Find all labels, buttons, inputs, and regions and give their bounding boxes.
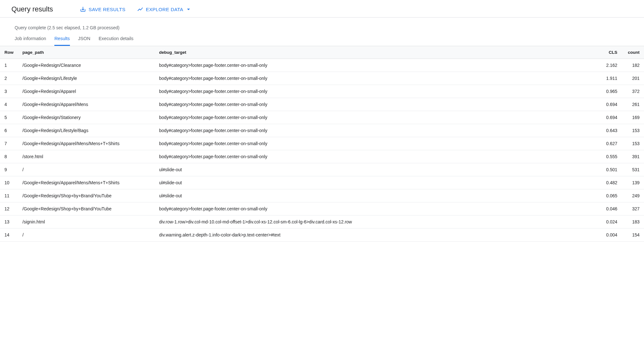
cell-count: 153 (622, 124, 644, 137)
cell-cls: 0.694 (599, 98, 622, 111)
cell-cls: 0.627 (599, 137, 622, 150)
results-tabs: Job information Results JSON Execution d… (0, 30, 644, 46)
page-title: Query results (11, 5, 53, 13)
cell-page-path: / (18, 163, 155, 176)
cell-count: 139 (622, 176, 644, 189)
table-row[interactable]: 2 /Google+Redesign/Lifestyle body#catego… (0, 72, 644, 85)
cell-page-path: /Google+Redesign/Stationery (18, 111, 155, 124)
explore-data-label: EXPLORE DATA (146, 7, 183, 12)
table-row[interactable]: 3 /Google+Redesign/Apparel body#category… (0, 85, 644, 98)
cell-cls: 0.643 (599, 124, 622, 137)
cell-count: 531 (622, 163, 644, 176)
cell-debug-target: body#category>footer.page-footer.center-… (155, 85, 600, 98)
table-row[interactable]: 5 /Google+Redesign/Stationery body#categ… (0, 111, 644, 124)
cell-page-path: /Google+Redesign/Apparel (18, 85, 155, 98)
cell-row: 6 (0, 124, 18, 137)
cell-page-path: /Google+Redesign/Shop+by+Brand/YouTube (18, 202, 155, 215)
table-row[interactable]: 12 /Google+Redesign/Shop+by+Brand/YouTub… (0, 202, 644, 215)
cell-page-path: /Google+Redesign/Lifestyle/Bags (18, 124, 155, 137)
cell-row: 1 (0, 59, 18, 72)
cell-debug-target: body#category>footer.page-footer.center-… (155, 72, 600, 85)
tab-json[interactable]: JSON (78, 36, 91, 46)
cell-cls: 0.004 (599, 229, 622, 242)
cell-cls: 0.024 (599, 215, 622, 229)
explore-data-button[interactable]: EXPLORE DATA (137, 6, 192, 13)
cell-count: 201 (622, 72, 644, 85)
cell-row: 8 (0, 150, 18, 163)
cell-debug-target: div.row-1.row>div.col-md-10.col-md-offse… (155, 215, 600, 229)
cell-count: 391 (622, 150, 644, 163)
cell-row: 4 (0, 98, 18, 111)
cell-cls: 0.965 (599, 85, 622, 98)
cell-row: 9 (0, 163, 18, 176)
tab-execution-details[interactable]: Execution details (99, 36, 134, 46)
cell-debug-target: body#category>footer.page-footer.center-… (155, 137, 600, 150)
save-results-label: SAVE RESULTS (89, 7, 126, 12)
download-icon (80, 6, 86, 12)
cell-count: 372 (622, 85, 644, 98)
cell-cls: 0.482 (599, 176, 622, 189)
status-area: Query complete (2.5 sec elapsed, 1.2 GB … (0, 18, 644, 30)
save-results-button[interactable]: SAVE RESULTS (80, 6, 126, 12)
cell-debug-target: body#category>footer.page-footer.center-… (155, 202, 600, 215)
tab-results[interactable]: Results (54, 36, 70, 46)
table-row[interactable]: 6 /Google+Redesign/Lifestyle/Bags body#c… (0, 124, 644, 137)
results-table-container: Row page_path debug_target CLS count 1 /… (0, 46, 644, 242)
cell-debug-target: body#category>footer.page-footer.center-… (155, 150, 600, 163)
cell-row: 5 (0, 111, 18, 124)
table-header-row: Row page_path debug_target CLS count (0, 46, 644, 59)
cell-cls: 1.911 (599, 72, 622, 85)
cell-page-path: /Google+Redesign/Clearance (18, 59, 155, 72)
results-table: Row page_path debug_target CLS count 1 /… (0, 46, 644, 242)
table-row[interactable]: 4 /Google+Redesign/Apparel/Mens body#cat… (0, 98, 644, 111)
query-status-text: Query complete (2.5 sec elapsed, 1.2 GB … (15, 25, 629, 30)
cell-count: 182 (622, 59, 644, 72)
cell-cls: 0.046 (599, 202, 622, 215)
cell-debug-target: ul#slide-out (155, 176, 600, 189)
cell-count: 153 (622, 137, 644, 150)
cell-row: 7 (0, 137, 18, 150)
tab-job-information[interactable]: Job information (15, 36, 46, 46)
col-header-count[interactable]: count (622, 46, 644, 59)
cell-row: 14 (0, 229, 18, 242)
table-row[interactable]: 13 /signin.html div.row-1.row>div.col-md… (0, 215, 644, 229)
cell-cls: 0.694 (599, 111, 622, 124)
cell-row: 12 (0, 202, 18, 215)
col-header-page-path[interactable]: page_path (18, 46, 155, 59)
cell-row: 11 (0, 189, 18, 202)
cell-count: 327 (622, 202, 644, 215)
results-header: Query results SAVE RESULTS EXPLORE DATA (0, 0, 644, 18)
col-header-row[interactable]: Row (0, 46, 18, 59)
table-row[interactable]: 8 /store.html body#category>footer.page-… (0, 150, 644, 163)
cell-cls: 0.501 (599, 163, 622, 176)
cell-count: 154 (622, 229, 644, 242)
table-row[interactable]: 7 /Google+Redesign/Apparel/Mens/Mens+T+S… (0, 137, 644, 150)
col-header-cls[interactable]: CLS (599, 46, 622, 59)
col-header-debug-target[interactable]: debug_target (155, 46, 600, 59)
cell-debug-target: body#category>footer.page-footer.center-… (155, 124, 600, 137)
cell-page-path: / (18, 229, 155, 242)
chevron-down-icon (185, 6, 192, 13)
cell-cls: 0.555 (599, 150, 622, 163)
cell-page-path: /Google+Redesign/Lifestyle (18, 72, 155, 85)
cell-count: 183 (622, 215, 644, 229)
cell-page-path: /Google+Redesign/Apparel/Mens/Mens+T+Shi… (18, 176, 155, 189)
cell-page-path: /Google+Redesign/Apparel/Mens (18, 98, 155, 111)
table-row[interactable]: 14 / div.warning.alert.z-depth-1.info-co… (0, 229, 644, 242)
cell-page-path: /signin.html (18, 215, 155, 229)
cell-row: 3 (0, 85, 18, 98)
cell-cls: 0.065 (599, 189, 622, 202)
cell-debug-target: body#category>footer.page-footer.center-… (155, 98, 600, 111)
table-row[interactable]: 10 /Google+Redesign/Apparel/Mens/Mens+T+… (0, 176, 644, 189)
table-row[interactable]: 11 /Google+Redesign/Shop+by+Brand/YouTub… (0, 189, 644, 202)
cell-row: 13 (0, 215, 18, 229)
cell-row: 2 (0, 72, 18, 85)
cell-page-path: /Google+Redesign/Shop+by+Brand/YouTube (18, 189, 155, 202)
cell-debug-target: body#category>footer.page-footer.center-… (155, 111, 600, 124)
cell-debug-target: body#category>footer.page-footer.center-… (155, 59, 600, 72)
table-row[interactable]: 9 / ul#slide-out 0.501 531 (0, 163, 644, 176)
table-row[interactable]: 1 /Google+Redesign/Clearance body#catego… (0, 59, 644, 72)
cell-cls: 2.162 (599, 59, 622, 72)
cell-page-path: /store.html (18, 150, 155, 163)
cell-debug-target: div.warning.alert.z-depth-1.info-color-d… (155, 229, 600, 242)
